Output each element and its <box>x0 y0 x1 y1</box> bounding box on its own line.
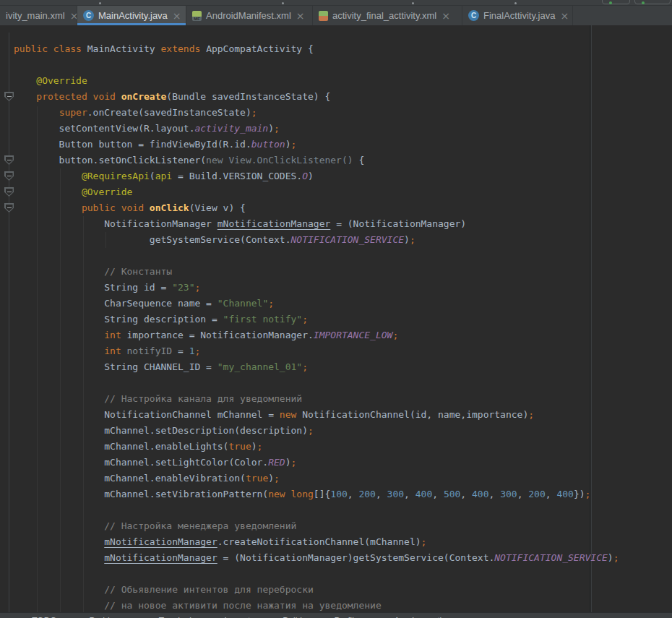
toolbar-dot <box>99 2 101 4</box>
code-line[interactable] <box>0 248 672 264</box>
tab-bar: ivity_main.xml×CMainActivity.java×MFAndr… <box>0 6 672 25</box>
manifest-file-icon: MF <box>192 11 202 21</box>
tab-close-icon[interactable]: × <box>296 11 306 21</box>
code-line[interactable]: CharSequence name = "Channel"; <box>0 296 672 312</box>
code-line[interactable]: mChannel.setDescription(description); <box>0 423 672 439</box>
code-line[interactable]: NotificationManager mNotificationManager… <box>0 216 672 232</box>
code-line[interactable]: mChannel.enableVibration(true); <box>0 471 672 486</box>
run-config-button[interactable] <box>602 0 630 4</box>
tab-activity-final-acttivity-xml[interactable]: activity_final_acttivity.xml× <box>313 6 462 25</box>
code-line[interactable]: mChannel.enableLights(true); <box>0 439 672 455</box>
code-line[interactable]: mNotificationManager = (NotificationMana… <box>0 550 672 566</box>
fold-collapse-icon[interactable] <box>4 92 14 101</box>
run-icon[interactable] <box>609 1 612 4</box>
tab-label: ivity_main.xml <box>6 10 65 21</box>
code-line[interactable]: Button button = findViewById(R.id.button… <box>0 137 672 153</box>
code-line[interactable]: protected void onCreate(Bundle savedInst… <box>0 89 672 105</box>
code-line[interactable]: // на новое активити после нажатия на ув… <box>0 598 672 614</box>
tool-window-bar: ≡TODO⚠Problems▣Terminal▤Logcat⚒Build◷Pro… <box>0 612 672 618</box>
code-line[interactable]: String description = "first notify"; <box>0 312 672 327</box>
java-class-icon: C <box>83 10 94 21</box>
code-line[interactable]: @Override <box>0 73 672 89</box>
code-line[interactable]: mNotificationManager.createNotificationC… <box>0 534 672 550</box>
code-line[interactable] <box>0 57 672 73</box>
tab-ivity-main-xml[interactable]: ivity_main.xml× <box>0 6 77 25</box>
code-line[interactable]: getSystemService(Context.NOTIFICATION_SE… <box>0 232 672 248</box>
tab-label: MainActivity.java <box>98 10 168 21</box>
tab-finalacttivity-java[interactable]: CFinalActtivity.java× <box>462 6 573 25</box>
code-line[interactable]: NotificationChannel mChannel = new Notif… <box>0 407 672 423</box>
code-line[interactable]: public void onClick(View v) { <box>0 200 672 216</box>
code-line[interactable]: String id = "23"; <box>0 280 672 296</box>
code-line[interactable]: @Override <box>0 184 672 200</box>
code-line[interactable]: super.onCreate(savedInstanceState); <box>0 105 672 121</box>
code-line[interactable]: int importance = NotificationManager.IMP… <box>0 327 672 343</box>
tab-mainactivity-java[interactable]: CMainActivity.java× <box>77 6 186 25</box>
code-line[interactable]: String CHANNEL_ID = "my_channel_01"; <box>0 359 672 375</box>
fold-collapse-icon[interactable] <box>4 171 14 181</box>
toolbar-dot <box>282 2 284 4</box>
code-line[interactable]: // Настройка менеджера уведомлений <box>0 518 672 534</box>
layout-file-icon <box>319 11 328 21</box>
code-line[interactable]: // Константы <box>0 264 672 280</box>
code-line[interactable]: int notifyID = 1; <box>0 343 672 359</box>
code-editor[interactable]: public class MainActivity extends AppCom… <box>0 25 672 612</box>
fold-collapse-icon[interactable] <box>4 203 14 213</box>
fold-collapse-icon[interactable] <box>4 187 14 197</box>
toolbar-dot <box>412 2 414 4</box>
toolbar-dot <box>514 2 517 4</box>
run-icon[interactable] <box>642 1 645 4</box>
tab-androidmanifest-xml[interactable]: MFAndroidManifest.xml× <box>186 6 313 25</box>
fold-collapse-icon[interactable] <box>4 155 14 165</box>
code-area[interactable]: public class MainActivity extends AppCom… <box>0 41 672 614</box>
tab-label: FinalActtivity.java <box>483 10 555 21</box>
device-selector-button[interactable] <box>634 0 671 4</box>
code-line[interactable] <box>0 566 672 582</box>
code-line[interactable]: // Обьявление интентов для переброски <box>0 582 672 598</box>
code-line[interactable]: mChannel.setVibrationPattern(new long[]{… <box>0 486 672 502</box>
code-line[interactable]: mChannel.setLightColor(Color.RED); <box>0 455 672 471</box>
tab-label: activity_final_acttivity.xml <box>332 10 436 21</box>
code-line[interactable]: // Настройка канала для уведомлений <box>0 391 672 407</box>
tab-close-icon[interactable]: × <box>441 11 451 21</box>
tab-close-icon[interactable]: × <box>172 11 182 21</box>
java-class-icon: C <box>468 10 479 21</box>
code-line[interactable]: setContentView(R.layout.activity_main); <box>0 121 672 137</box>
tab-close-icon[interactable]: × <box>559 11 569 21</box>
tab-label: AndroidManifest.xml <box>206 10 291 21</box>
code-line[interactable]: button.setOnClickListener(new View.OnCli… <box>0 153 672 168</box>
tab-close-icon[interactable]: × <box>69 11 77 21</box>
code-line[interactable]: public class MainActivity extends AppCom… <box>0 41 672 57</box>
code-line[interactable]: @RequiresApi(api = Build.VERSION_CODES.O… <box>0 168 672 184</box>
code-line[interactable] <box>0 502 672 518</box>
code-line[interactable] <box>0 375 672 391</box>
main-toolbar-strip <box>0 0 672 6</box>
